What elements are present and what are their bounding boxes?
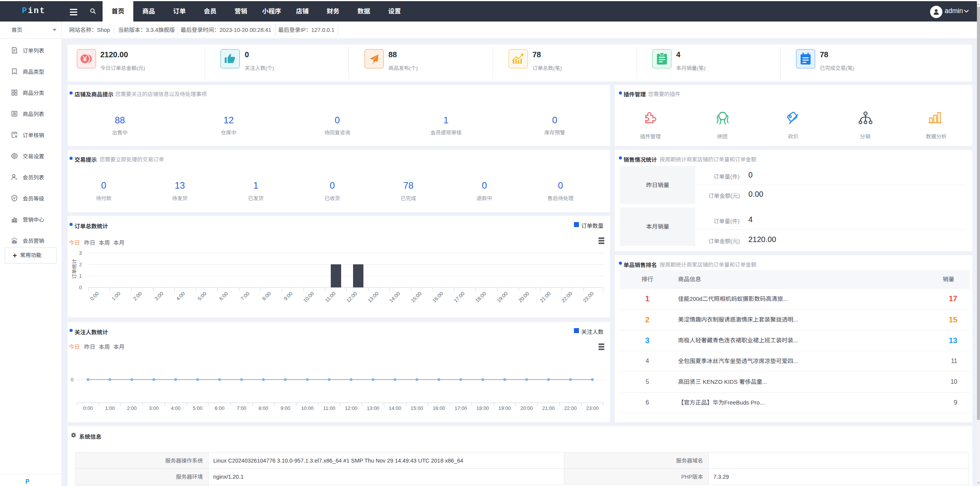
svg-text:13:00: 13:00 — [367, 405, 380, 411]
svg-text:1: 1 — [79, 273, 82, 279]
svg-text:20:00: 20:00 — [520, 405, 533, 411]
svg-text:7:00: 7:00 — [240, 291, 251, 302]
svg-text:6:00: 6:00 — [218, 291, 229, 302]
svg-text:8:00: 8:00 — [261, 291, 272, 302]
svg-text:3:00: 3:00 — [154, 291, 165, 302]
svg-text:2: 2 — [79, 262, 82, 267]
svg-text:16:00: 16:00 — [431, 291, 444, 304]
svg-text:0:00: 0:00 — [89, 291, 100, 302]
svg-text:20:00: 20:00 — [517, 291, 531, 304]
svg-text:2:00: 2:00 — [127, 405, 137, 411]
svg-text:3:00: 3:00 — [149, 405, 159, 411]
svg-text:3: 3 — [79, 250, 82, 256]
svg-text:22:00: 22:00 — [560, 291, 574, 304]
svg-text:19:00: 19:00 — [496, 291, 509, 304]
svg-text:22:00: 22:00 — [564, 405, 577, 411]
svg-text:21:00: 21:00 — [542, 405, 555, 411]
svg-text:5:00: 5:00 — [197, 291, 208, 302]
svg-text:15:00: 15:00 — [410, 291, 423, 304]
svg-text:1:00: 1:00 — [111, 291, 122, 302]
svg-text:10:00: 10:00 — [301, 405, 314, 411]
svg-text:7:00: 7:00 — [237, 405, 246, 411]
svg-text:0: 0 — [71, 377, 73, 383]
svg-text:18:00: 18:00 — [474, 291, 488, 304]
svg-text:0: 0 — [79, 285, 82, 290]
svg-text:17:00: 17:00 — [453, 291, 466, 304]
svg-text:14:00: 14:00 — [388, 291, 401, 304]
svg-text:6:00: 6:00 — [215, 405, 224, 411]
svg-text:订单统计: 订单统计 — [70, 259, 78, 279]
svg-text:13:00: 13:00 — [367, 291, 380, 304]
svg-text:9:00: 9:00 — [280, 405, 290, 411]
svg-text:21:00: 21:00 — [539, 291, 552, 304]
svg-text:10:00: 10:00 — [302, 291, 315, 304]
svg-text:16:00: 16:00 — [433, 405, 445, 411]
svg-text:11:00: 11:00 — [323, 405, 335, 411]
svg-text:11:00: 11:00 — [324, 291, 337, 304]
svg-text:8:00: 8:00 — [259, 405, 268, 411]
svg-text:5:00: 5:00 — [193, 405, 202, 411]
svg-text:4:00: 4:00 — [175, 291, 186, 302]
svg-text:19:00: 19:00 — [498, 405, 511, 411]
svg-text:12:00: 12:00 — [345, 291, 358, 304]
svg-text:0:00: 0:00 — [83, 405, 93, 411]
svg-text:2:00: 2:00 — [132, 291, 143, 302]
svg-text:9:00: 9:00 — [283, 291, 294, 302]
svg-text:15:00: 15:00 — [411, 405, 423, 411]
svg-text:1:00: 1:00 — [105, 405, 114, 411]
svg-text:23:00: 23:00 — [586, 405, 599, 411]
svg-text:23:00: 23:00 — [582, 291, 595, 304]
svg-text:18:00: 18:00 — [476, 405, 489, 411]
svg-text:17:00: 17:00 — [454, 405, 467, 411]
svg-text:14:00: 14:00 — [389, 405, 401, 411]
svg-text:4:00: 4:00 — [171, 405, 181, 411]
svg-text:12:00: 12:00 — [345, 405, 358, 411]
